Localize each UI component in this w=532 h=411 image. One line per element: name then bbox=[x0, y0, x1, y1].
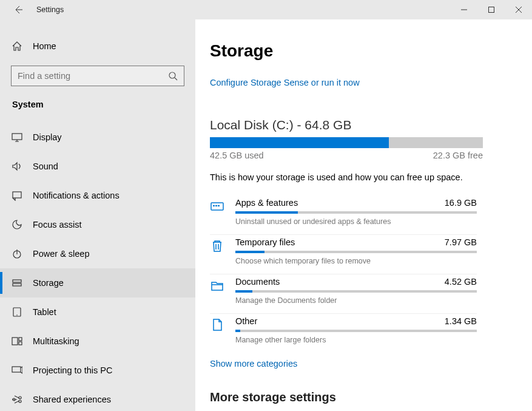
search-box[interactable] bbox=[11, 66, 184, 86]
maximize-button[interactable] bbox=[477, 0, 505, 19]
sidebar-item-project[interactable]: Projecting to this PC bbox=[0, 356, 195, 385]
search-icon bbox=[168, 71, 178, 81]
svg-rect-10 bbox=[19, 338, 22, 341]
window-controls bbox=[450, 0, 532, 19]
search-input[interactable] bbox=[18, 71, 168, 81]
focus-icon bbox=[11, 219, 23, 230]
sidebar-item-label: Sound bbox=[33, 161, 58, 171]
sound-icon bbox=[11, 161, 23, 172]
category-name: Apps & features bbox=[235, 198, 298, 208]
svg-rect-0 bbox=[488, 7, 494, 13]
disk-free-label: 22.3 GB free bbox=[433, 151, 483, 160]
back-button[interactable] bbox=[11, 2, 25, 17]
sidebar-item-multitask[interactable]: Multitasking bbox=[0, 327, 195, 356]
sidebar: Home System DisplaySoundNotifications & … bbox=[0, 19, 195, 411]
section-header: System bbox=[11, 100, 184, 109]
svg-rect-5 bbox=[13, 280, 21, 282]
minimize-icon bbox=[461, 7, 467, 13]
svg-rect-11 bbox=[19, 342, 22, 345]
category-bar bbox=[235, 290, 477, 293]
docs-icon bbox=[210, 277, 227, 305]
disk-heading: Local Disk (C:) - 64.8 GB bbox=[210, 118, 520, 132]
notifications-icon bbox=[11, 190, 23, 201]
maximize-icon bbox=[488, 7, 494, 13]
display-icon bbox=[11, 132, 23, 143]
sidebar-item-label: Notifications & actions bbox=[33, 191, 120, 200]
home-label: Home bbox=[33, 41, 56, 51]
home-nav[interactable]: Home bbox=[11, 34, 184, 58]
window-title: Settings bbox=[36, 5, 64, 14]
configure-storage-sense-link[interactable]: Configure Storage Sense or run it now bbox=[210, 78, 520, 87]
disk-usage-fill bbox=[210, 137, 389, 148]
tablet-icon bbox=[11, 307, 23, 318]
svg-rect-19 bbox=[218, 205, 220, 206]
project-icon bbox=[11, 365, 23, 376]
titlebar: Settings bbox=[0, 0, 532, 19]
svg-rect-2 bbox=[12, 134, 22, 140]
other-icon bbox=[210, 316, 227, 344]
category-bar bbox=[235, 251, 477, 253]
category-bar-fill bbox=[235, 330, 240, 332]
category-other[interactable]: Other1.34 GBManage other large folders bbox=[210, 313, 477, 353]
category-size: 4.52 GB bbox=[445, 277, 477, 287]
sidebar-item-label: Display bbox=[33, 132, 62, 142]
sidebar-item-storage[interactable]: Storage bbox=[0, 268, 195, 297]
sidebar-item-shared[interactable]: Shared experiences bbox=[0, 385, 195, 411]
sidebar-item-label: Power & sleep bbox=[33, 249, 90, 259]
sidebar-item-focus[interactable]: Focus assist bbox=[0, 210, 195, 239]
sidebar-item-label: Tablet bbox=[33, 307, 56, 317]
svg-point-1 bbox=[169, 72, 175, 78]
sidebar-item-tablet[interactable]: Tablet bbox=[0, 297, 195, 327]
sidebar-item-label: Projecting to this PC bbox=[33, 365, 112, 375]
category-bar bbox=[235, 211, 477, 214]
category-docs[interactable]: Documents4.52 GBManage the Documents fol… bbox=[210, 274, 477, 313]
svg-point-14 bbox=[19, 400, 21, 403]
disk-stats: 42.5 GB used 22.3 GB free bbox=[210, 151, 483, 160]
sidebar-item-label: Multitasking bbox=[33, 336, 79, 346]
category-name: Temporary files bbox=[235, 237, 295, 247]
category-size: 7.97 GB bbox=[445, 237, 477, 247]
svg-rect-9 bbox=[12, 338, 18, 345]
svg-rect-6 bbox=[13, 284, 21, 286]
category-size: 16.9 GB bbox=[445, 198, 477, 208]
trash-icon bbox=[210, 237, 227, 265]
svg-rect-12 bbox=[12, 367, 21, 372]
sidebar-item-display[interactable]: Display bbox=[0, 123, 195, 152]
svg-rect-3 bbox=[13, 192, 21, 198]
sidebar-item-label: Shared experiences bbox=[33, 395, 111, 404]
main-content: Storage Configure Storage Sense or run i… bbox=[195, 19, 532, 411]
category-trash[interactable]: Temporary files7.97 GBChoose which tempo… bbox=[210, 234, 477, 274]
home-icon bbox=[11, 41, 23, 52]
category-name: Documents bbox=[235, 277, 280, 287]
sidebar-item-power[interactable]: Power & sleep bbox=[0, 239, 195, 268]
category-hint: Choose which temporary files to remove bbox=[235, 257, 477, 265]
svg-point-8 bbox=[16, 314, 18, 316]
more-storage-settings-heading: More storage settings bbox=[210, 390, 520, 404]
category-bar bbox=[235, 330, 477, 332]
disk-usage-bar bbox=[210, 137, 483, 148]
category-size: 1.34 GB bbox=[445, 316, 477, 326]
category-hint: Manage the Documents folder bbox=[235, 296, 477, 305]
storage-icon bbox=[11, 277, 23, 288]
show-more-categories-link[interactable]: Show more categories bbox=[210, 359, 520, 369]
apps-icon bbox=[210, 198, 227, 226]
power-icon bbox=[11, 248, 23, 259]
minimize-button[interactable] bbox=[450, 0, 477, 19]
category-name: Other bbox=[235, 316, 257, 326]
category-list: Apps & features16.9 GBUninstall unused o… bbox=[210, 195, 477, 353]
sidebar-item-notifications[interactable]: Notifications & actions bbox=[0, 181, 195, 210]
category-bar-fill bbox=[235, 290, 252, 293]
category-apps[interactable]: Apps & features16.9 GBUninstall unused o… bbox=[210, 195, 477, 234]
svg-rect-18 bbox=[215, 205, 217, 206]
close-button[interactable] bbox=[505, 0, 532, 19]
shared-icon bbox=[11, 394, 23, 405]
category-hint: Uninstall unused or undesired apps & fea… bbox=[235, 217, 477, 226]
storage-description: This is how your storage is used and how… bbox=[210, 172, 520, 182]
page-title: Storage bbox=[210, 41, 520, 61]
multitask-icon bbox=[11, 336, 23, 347]
disk-used-label: 42.5 GB used bbox=[210, 151, 264, 160]
close-icon bbox=[516, 7, 522, 13]
svg-point-13 bbox=[19, 396, 21, 399]
sidebar-item-sound[interactable]: Sound bbox=[0, 152, 195, 181]
category-hint: Manage other large folders bbox=[235, 336, 477, 344]
